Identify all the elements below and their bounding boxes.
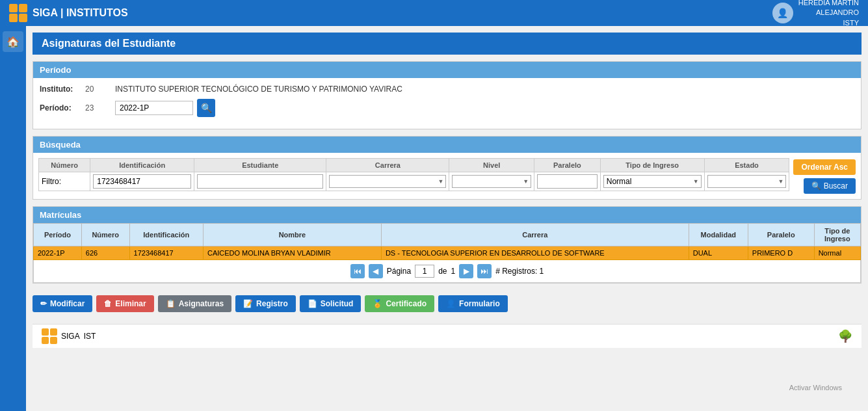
buscar-label: Buscar (824, 181, 848, 191)
activate-windows-text: Activar Windows (789, 384, 842, 391)
app-logo-title: SIGA | INSTITUTOS (9, 4, 128, 22)
solicitud-label: Solicitud (321, 299, 354, 308)
formulario-icon: 👤 (446, 299, 456, 308)
eliminar-label: Eliminar (115, 299, 146, 308)
col-numero: Número (81, 224, 129, 246)
periodo-code: 23 (85, 103, 111, 113)
footer-siga-logo-icon (42, 328, 57, 344)
top-header: SIGA | INSTITUTOS 👤 HEREDIA MARTIN ALEJA… (0, 0, 868, 26)
periodo-panel-body: Instituto: 20 INSTITUTO SUPERIOR TECNOLÓ… (33, 78, 861, 129)
cell-carrera: DS - TECNOLOGIA SUPERIOR EN DESARROLLO D… (381, 246, 689, 260)
instituto-value: 20 INSTITUTO SUPERIOR TECNOLÓGICO DE TUR… (85, 85, 402, 94)
footer-right: 🌳 (838, 329, 852, 343)
col-estado-header: Estado (704, 159, 789, 172)
matriculas-table-wrapper: Período Número Identificación Nombre Car… (33, 223, 861, 260)
filter-table: Número Identificación Estudiante Carrera… (38, 158, 789, 191)
filter-estado-select[interactable] (707, 175, 787, 188)
prev-page-button[interactable]: ◀ (369, 264, 383, 278)
cell-numero: 626 (81, 246, 129, 260)
cell-periodo: 2022-1P (34, 246, 82, 260)
certificado-button[interactable]: 🏅 Certificado (365, 295, 434, 312)
registro-button[interactable]: 📝 Registro (235, 295, 296, 312)
filter-carrera-select[interactable] (329, 175, 446, 188)
avatar: 👤 (772, 3, 793, 23)
col-modalidad: Modalidad (689, 224, 748, 246)
buscar-button[interactable]: 🔍 Buscar (804, 178, 856, 194)
certificado-label: Certificado (386, 299, 427, 308)
formulario-button[interactable]: 👤 Formulario (438, 295, 508, 312)
pagination-bar: ⏮ ◀ Página de 1 ▶ ⏭ # Registros: 1 (33, 260, 861, 283)
cell-modalidad: DUAL (689, 246, 748, 260)
page-label: Página (387, 267, 411, 276)
cell-tipo-ingreso: Normal (814, 246, 860, 260)
app-title: SIGA | INSTITUTOS (33, 7, 128, 19)
page-total: 1 (451, 267, 456, 276)
next-page-button[interactable]: ▶ (459, 264, 473, 278)
filter-estudiante-input[interactable] (197, 174, 323, 189)
last-page-button[interactable]: ⏭ (477, 264, 492, 278)
filter-identificacion-input[interactable] (93, 174, 191, 189)
filter-nivel-select[interactable] (452, 175, 531, 188)
filter-estudiante-cell (194, 172, 326, 191)
col-carrera: Carrera (381, 224, 689, 246)
asignaturas-label: Asignaturas (179, 299, 224, 308)
instituto-name: INSTITUTO SUPERIOR TECNOLÓGICO DE TURISM… (115, 85, 402, 94)
filter-tipo-ingreso-select[interactable]: Normal Todos (603, 175, 702, 188)
col-tipo-ingreso-header: Tipo de Ingreso (600, 159, 704, 172)
filter-actions: Ordenar Asc 🔍 Buscar (793, 159, 856, 194)
periodo-input[interactable]: 2022-1P (115, 101, 193, 115)
siga-logo-icon (9, 4, 27, 22)
tipo-ingreso-header-line1: Tipo de (824, 227, 850, 235)
eliminar-button[interactable]: 🗑 Eliminar (96, 295, 153, 312)
page-title: Asignaturas del Estudiante (33, 33, 861, 55)
main-content: Asignaturas del Estudiante Período Insti… (26, 26, 868, 411)
formulario-label: Formulario (459, 299, 500, 308)
filter-tipo-ingreso-cell: Normal Todos (600, 172, 704, 191)
user-info: HEREDIA MARTIN ALEJANDRO ISTY (798, 0, 859, 28)
first-page-button[interactable]: ⏮ (350, 264, 365, 278)
modificar-label: Modificar (50, 299, 85, 308)
tipo-ingreso-header-line2: Ingreso (824, 235, 850, 243)
filter-tipo-ingreso-wrapper: Normal Todos (603, 175, 702, 188)
matriculas-table: Período Número Identificación Nombre Car… (33, 223, 861, 260)
instituto-label: Instituto: (40, 85, 85, 94)
periodo-value: 23 2022-1P 🔍 (85, 99, 215, 117)
solicitud-button[interactable]: 📄 Solicitud (300, 295, 362, 312)
filter-carrera-cell (326, 172, 449, 191)
filtro-label: Filtro: (42, 177, 61, 186)
filter-row: Filtro: (39, 172, 789, 191)
user-role: ALEJANDRO (798, 8, 859, 18)
periodo-search-button[interactable]: 🔍 (197, 99, 215, 117)
instituto-row: Instituto: 20 INSTITUTO SUPERIOR TECNOLÓ… (40, 85, 854, 94)
filtro-label-cell: Filtro: (39, 172, 90, 191)
modificar-icon: ✏ (40, 299, 47, 308)
table-row[interactable]: 2022-1P 626 1723468417 CAICEDO MOLINA BR… (34, 246, 861, 260)
cell-nombre: CAICEDO MOLINA BRYAN VLADIMIR (203, 246, 381, 260)
certificado-icon: 🏅 (373, 299, 382, 308)
modificar-button[interactable]: ✏ Modificar (33, 295, 92, 312)
col-tipo-ingreso: Tipo de Ingreso (814, 224, 860, 246)
col-periodo: Período (34, 224, 82, 246)
filter-carrera-wrapper (329, 175, 446, 188)
filter-paralelo-input[interactable] (537, 174, 598, 189)
page-number-input[interactable] (415, 265, 434, 278)
col-nivel-header: Nivel (449, 159, 534, 172)
busqueda-panel: Búsqueda Número Identificación Estudiant… (33, 136, 861, 200)
col-paralelo-header: Paralelo (534, 159, 601, 172)
matriculas-panel-header: Matrículas (33, 207, 861, 223)
col-estudiante-header: Estudiante (194, 159, 326, 172)
periodo-panel: Período Instituto: 20 INSTITUTO SUPERIOR… (33, 61, 861, 129)
sidebar-home-icon[interactable]: 🏠 (3, 31, 23, 52)
asignaturas-button[interactable]: 📋 Asignaturas (158, 295, 231, 312)
solicitud-icon: 📄 (308, 299, 317, 308)
footer: SIGA IST 🌳 (33, 324, 861, 348)
col-nombre: Nombre (203, 224, 381, 246)
col-carrera-header: Carrera (326, 159, 449, 172)
col-identificacion: Identificación (129, 224, 203, 246)
sidebar: 🏠 (0, 26, 26, 411)
periodo-row: Período: 23 2022-1P 🔍 (40, 99, 854, 117)
cell-paralelo: PRIMERO D (748, 246, 814, 260)
of-label: de (438, 267, 447, 276)
order-asc-button[interactable]: Ordenar Asc (793, 159, 856, 175)
filter-estado-cell (704, 172, 789, 191)
